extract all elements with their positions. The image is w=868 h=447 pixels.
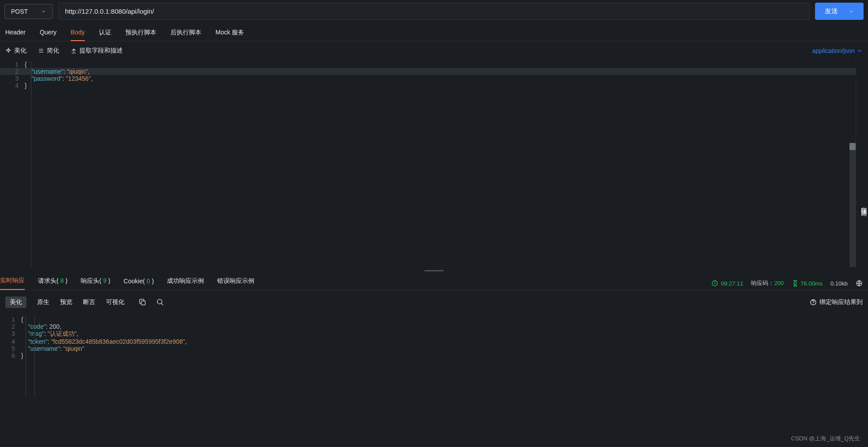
method-select[interactable]: POST [4, 4, 53, 19]
chevron-down-icon [857, 48, 863, 54]
response-duration: 78.00ms [792, 280, 823, 287]
split-handle[interactable] [0, 269, 868, 272]
tab-postscript[interactable]: 后执行脚本 [170, 29, 201, 41]
chevron-down-icon [41, 9, 46, 14]
tab-query[interactable]: Query [40, 29, 57, 41]
tab-error-example[interactable]: 错误响应示例 [217, 277, 254, 289]
tab-cookie[interactable]: Cookie( 0 ) [124, 278, 154, 289]
help-icon [810, 299, 817, 306]
bind-response-button[interactable]: 绑定响应结果到 [810, 298, 863, 306]
view-visualize[interactable]: 可视化 [106, 298, 125, 306]
upload-icon [71, 48, 77, 54]
search-icon[interactable] [156, 298, 164, 306]
tab-header[interactable]: Header [5, 29, 26, 41]
tab-auth[interactable]: 认证 [99, 29, 111, 41]
hourglass-icon [792, 280, 799, 287]
send-label: 发送 [825, 7, 838, 15]
url-input[interactable] [58, 3, 810, 20]
send-button[interactable]: 发送 [815, 3, 864, 20]
watermark: CSDN @上海_运维_Q先生 [791, 435, 860, 443]
scrollbar[interactable] [849, 143, 856, 267]
tab-body[interactable]: Body [71, 29, 85, 41]
globe-icon [856, 280, 863, 287]
extract-button[interactable]: 提取字段和描述 [71, 47, 123, 55]
tab-mock[interactable]: Mock 服务 [215, 29, 244, 41]
tab-prescript[interactable]: 预执行脚本 [125, 29, 156, 41]
copy-icon[interactable] [139, 298, 147, 306]
view-beautify[interactable]: 美化 [5, 297, 26, 308]
svg-point-3 [157, 299, 162, 304]
content-type-select[interactable]: application/json [812, 47, 863, 54]
method-value: POST [11, 8, 28, 15]
sparkle-icon [5, 48, 11, 54]
globe-button[interactable] [856, 280, 863, 287]
tab-realtime-response[interactable]: 实时响应 [0, 277, 25, 290]
view-preview[interactable]: 预览 [60, 298, 72, 306]
simplify-button[interactable]: 简化 [38, 47, 59, 55]
tab-response-headers[interactable]: 响应头( 9 ) [81, 277, 110, 289]
beautify-button[interactable]: 美化 [5, 47, 26, 55]
response-status: 响应码：200 [751, 279, 784, 287]
clock-icon [711, 280, 718, 287]
view-raw[interactable]: 原生 [37, 298, 49, 306]
svg-rect-2 [141, 301, 145, 305]
field-desc-panel[interactable]: 字段描述 [856, 59, 868, 269]
request-body-editor[interactable]: 1{ 2 "username": "qiuqin", 3 "password":… [0, 59, 856, 269]
response-body-editor[interactable]: 1{ 2 "code": 200, 3 "msg": "认证成功", 4 "to… [0, 314, 868, 398]
list-icon [38, 48, 44, 54]
tab-request-headers[interactable]: 请求头( 8 ) [38, 277, 68, 289]
view-assert[interactable]: 断言 [83, 298, 95, 306]
response-time: 09:27:11 [711, 280, 743, 287]
tab-success-example[interactable]: 成功响应示例 [167, 277, 204, 289]
chevron-down-icon [849, 9, 854, 14]
response-size: 0.10kb [830, 280, 848, 287]
